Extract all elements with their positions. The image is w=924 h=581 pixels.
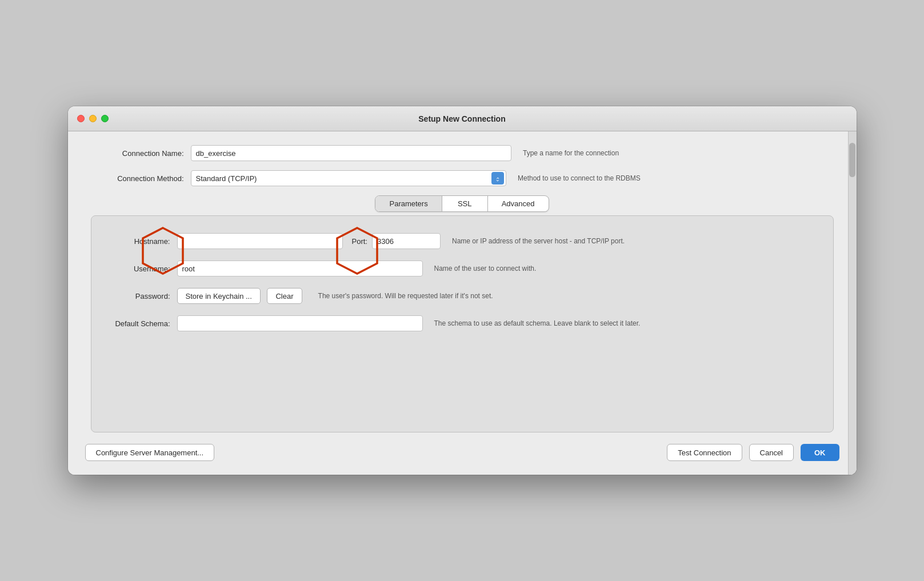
connection-name-row: Connection Name: Type a name for the con…: [91, 145, 834, 161]
default-schema-label: Default Schema:: [103, 319, 177, 328]
hostname-row: Hostname: Port: Name or IP address of th…: [103, 233, 822, 249]
tab-ssl[interactable]: SSL: [442, 196, 488, 211]
tabs-container: Parameters SSL Advanced: [91, 195, 834, 212]
password-buttons: Store in Keychain ... Clear: [177, 288, 307, 304]
test-connection-button[interactable]: Test Connection: [667, 444, 742, 461]
titlebar: Setup New Connection: [68, 106, 857, 131]
tab-parameters[interactable]: Parameters: [375, 196, 442, 211]
minimize-button[interactable]: [89, 115, 97, 122]
password-label: Password:: [103, 292, 177, 300]
username-input[interactable]: [177, 261, 423, 277]
connection-method-label: Connection Method:: [91, 174, 191, 183]
username-hint: Name of the user to connect with.: [434, 264, 537, 274]
store-keychain-button[interactable]: Store in Keychain ...: [177, 288, 261, 304]
bottom-bar: Configure Server Management... Test Conn…: [68, 432, 857, 475]
password-row: Password: Store in Keychain ... Clear Th…: [103, 288, 822, 304]
username-row: Username: Name of the user to connect wi…: [103, 261, 822, 277]
hostname-label: Hostname:: [103, 237, 177, 246]
main-content: Connection Name: Type a name for the con…: [68, 131, 857, 432]
hostname-input[interactable]: [177, 233, 343, 249]
connection-name-hint: Type a name for the connection: [523, 149, 834, 157]
port-label: Port:: [352, 237, 367, 246]
tab-advanced[interactable]: Advanced: [488, 196, 549, 211]
connection-method-row: Connection Method: Standard (TCP/IP) Met…: [91, 170, 834, 186]
tabs: Parameters SSL Advanced: [375, 195, 549, 212]
default-schema-input[interactable]: [177, 315, 423, 331]
hostname-hint: Name or IP address of the server host - …: [452, 237, 625, 246]
bottom-right-buttons: Test Connection Cancel OK: [667, 444, 839, 461]
cancel-button[interactable]: Cancel: [749, 444, 794, 461]
main-window: Setup New Connection Connection Name: Ty…: [68, 106, 857, 475]
connection-name-input[interactable]: [191, 145, 512, 161]
port-input[interactable]: [372, 233, 441, 249]
default-schema-hint: The schema to use as default schema. Lea…: [434, 319, 641, 328]
clear-button[interactable]: Clear: [267, 288, 302, 304]
window-controls: [77, 115, 109, 122]
password-hint: The user's password. Will be requested l…: [318, 291, 493, 301]
window-title: Setup New Connection: [418, 114, 505, 123]
ok-button[interactable]: OK: [801, 444, 839, 461]
connection-method-select[interactable]: Standard (TCP/IP): [191, 170, 507, 186]
maximize-button[interactable]: [101, 115, 109, 122]
hostname-port-inline: Port:: [177, 233, 441, 249]
panel-inner: Hostname: Port: Name or IP address of th…: [103, 233, 822, 331]
default-schema-row: Default Schema: The schema to use as def…: [103, 315, 822, 331]
connection-method-wrapper: Standard (TCP/IP): [191, 170, 507, 186]
close-button[interactable]: [77, 115, 85, 122]
scrollbar-thumb[interactable]: [849, 143, 855, 177]
username-label: Username:: [103, 265, 177, 273]
scrollbar-track: [848, 131, 857, 475]
parameters-panel: Hostname: Port: Name or IP address of th…: [91, 215, 834, 432]
configure-server-button[interactable]: Configure Server Management...: [85, 444, 215, 461]
connection-method-hint: Method to use to connect to the RDBMS: [518, 174, 834, 182]
connection-name-label: Connection Name:: [91, 149, 191, 158]
